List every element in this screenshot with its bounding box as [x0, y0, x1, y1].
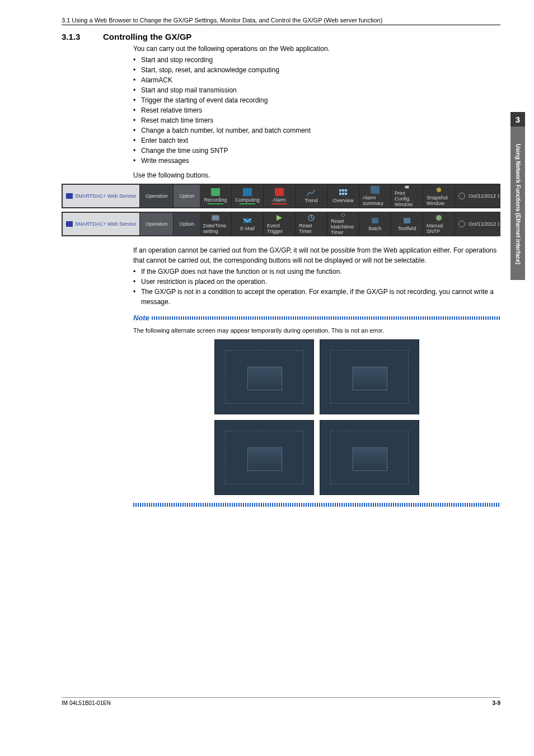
conditions-list: If the GX/GP does not have the function … [133, 267, 500, 307]
batch-button[interactable]: Batch [359, 213, 391, 235]
brand-label: SMARTDAC+ Web Service [63, 213, 139, 235]
brand-text: SMARTDAC+ Web Service [75, 193, 136, 199]
brand-label: SMARTDAC+ Web Service [63, 185, 139, 207]
svg-rect-2 [275, 188, 284, 196]
svg-rect-1 [243, 188, 252, 196]
textfield-button[interactable]: Textfield [391, 213, 423, 235]
section-number: 3.1.3 [62, 32, 93, 41]
note-label: Note [133, 312, 149, 324]
op-item: Enter batch text [133, 136, 500, 146]
operations-list: Start and stop recording Start, stop, re… [133, 55, 500, 166]
status-bar: Oct/11/2012 12:48:17 000009 00:08:31 00:… [455, 185, 500, 207]
brand-icon [66, 221, 73, 227]
paragraph: If an operation cannot be carried out fr… [133, 245, 500, 265]
section-title: Controlling the GX/GP [103, 32, 191, 41]
svg-rect-5 [345, 189, 347, 192]
toolbar-operation: SMARTDAC+ Web Service Operation Option R… [62, 184, 500, 208]
computing-button[interactable]: Computing [232, 185, 264, 207]
svg-point-11 [437, 188, 441, 192]
svg-rect-8 [345, 193, 347, 195]
chapter-label: Using Network Functions (Ethernet interf… [515, 144, 521, 264]
footer-left: IM 04L51B01-01EN [62, 700, 111, 706]
svg-marker-14 [277, 215, 282, 221]
note-end-rule [133, 503, 500, 507]
manual-sntp-button[interactable]: Manual SNTP [423, 213, 455, 235]
svg-point-16 [341, 213, 345, 217]
svg-rect-6 [339, 193, 341, 195]
event-trigger-button[interactable]: Event Trigger [264, 213, 296, 235]
alternate-thumbnails [210, 339, 423, 495]
clock-icon [458, 193, 465, 199]
brand-text: SMARTDAC+ Web Service [75, 221, 136, 227]
svg-point-19 [436, 215, 442, 221]
svg-rect-9 [371, 186, 380, 194]
toolbar-option: SMARTDAC+ Web Service Operation Option D… [62, 212, 500, 236]
svg-rect-10 [405, 186, 409, 189]
op-item: Write messages [133, 156, 500, 166]
tab-operation[interactable]: Operation [139, 185, 174, 207]
reset-timer-button[interactable]: Reset Timer [296, 213, 327, 235]
svg-rect-12 [212, 215, 219, 221]
tab-option[interactable]: Option [173, 213, 200, 235]
note-text: The following alternate screen may appea… [133, 326, 500, 335]
print-config-button[interactable]: Print Config. Window [391, 185, 423, 207]
breadcrumb: 3.1 Using a Web Browser to Change the GX… [62, 17, 500, 25]
tab-operation[interactable]: Operation [139, 213, 174, 235]
cond-item: The GX/GP is not in a condition to accep… [133, 287, 500, 307]
note-rule [152, 316, 500, 320]
cond-item: If the GX/GP does not have the function … [133, 267, 500, 277]
use-buttons-text: Use the following buttons. [133, 170, 500, 180]
svg-rect-18 [404, 218, 410, 223]
clock-icon [458, 221, 465, 227]
snapshot-button[interactable]: Snapshot Window [423, 185, 455, 207]
op-item: Change the time using SNTP [133, 146, 500, 156]
recording-button[interactable]: Recording [200, 185, 232, 207]
op-item: AlarmACK [133, 75, 500, 85]
svg-rect-4 [342, 189, 344, 192]
brand-icon [66, 193, 73, 199]
intro-text: You can carry out the following operatio… [133, 44, 500, 54]
svg-rect-3 [339, 189, 341, 192]
cond-item: User restriction is placed on the operat… [133, 277, 500, 287]
screenshot-thumb [214, 339, 314, 414]
screenshot-thumb [214, 420, 314, 495]
op-item: Change a batch number, lot number, and b… [133, 125, 500, 136]
status-bar: Oct/11/2012 12:48:28 000009 00:08:30 00:… [455, 213, 500, 235]
screenshot-thumb [320, 420, 419, 495]
trend-button[interactable]: Trend [296, 185, 327, 207]
reset-matchtime-button[interactable]: Reset Matchtime Timer [327, 213, 359, 235]
op-item: Start, stop, reset, and acknowledge comp… [133, 65, 500, 75]
email-button[interactable]: E-Mail [232, 213, 264, 235]
op-item: Reset match time timers [133, 115, 500, 125]
datetime-button[interactable]: Date/Time setting [200, 213, 232, 235]
tab-option[interactable]: Option [173, 185, 200, 207]
clock-text: Oct/11/2012 12:48:17 [469, 193, 500, 199]
alarm-summary-button[interactable]: Alarm summary [359, 185, 391, 207]
screenshot-thumb [320, 339, 419, 414]
clock-text: Oct/11/2012 12:48:28 [469, 221, 500, 227]
chapter-number: 3 [510, 112, 525, 127]
overview-button[interactable]: Overview [327, 185, 359, 207]
chapter-side-tab: 3 Using Network Functions (Ethernet inte… [510, 112, 525, 280]
op-item: Start and stop mail transmission [133, 85, 500, 95]
footer-right: 3-9 [493, 700, 500, 706]
op-item: Reset relative timers [133, 105, 500, 115]
alarm-button[interactable]: Alarm [264, 185, 296, 207]
op-item: Start and stop recording [133, 55, 500, 65]
svg-rect-0 [211, 188, 220, 196]
svg-rect-17 [372, 218, 378, 223]
op-item: Trigger the starting of event data recor… [133, 95, 500, 105]
svg-rect-7 [342, 193, 344, 195]
